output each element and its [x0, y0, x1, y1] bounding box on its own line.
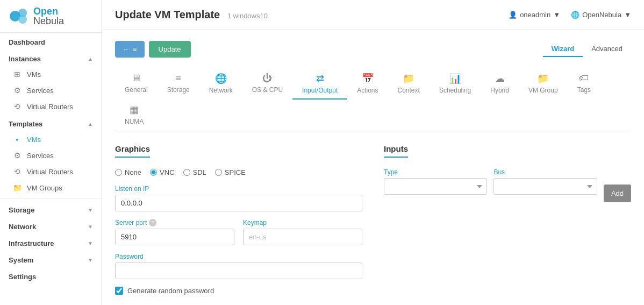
logo: OpenNebula [0, 0, 102, 33]
cloud-icon: 🌐 [571, 11, 579, 19]
radio-sdl[interactable] [183, 169, 190, 176]
tab-actions[interactable]: 📅 Actions [347, 68, 388, 100]
topbar: Update VM Template 1 windows10 👤 oneadmi… [102, 0, 644, 30]
network-label: Network [9, 223, 36, 231]
tab-input-output[interactable]: ⇄ Input/Output [292, 68, 347, 100]
tab-general[interactable]: 🖥 General [115, 68, 158, 100]
bus-label: Bus [493, 168, 597, 176]
sidebar-section-settings[interactable]: Settings [0, 267, 102, 284]
sidebar-item-templates-virtual-routers[interactable]: ⟲ Virtual Routers [0, 164, 102, 180]
sidebar-item-templates-vr-label: Virtual Routers [27, 168, 73, 176]
user-menu[interactable]: 👤 oneadmin ▼ [509, 11, 560, 19]
tab-tags[interactable]: 🏷 Tags [568, 68, 600, 100]
input-output-icon: ⇄ [316, 73, 324, 84]
back-button[interactable]: ← ≡ [115, 41, 145, 58]
tab-scheduling[interactable]: 📊 Scheduling [430, 68, 481, 100]
cloud-menu[interactable]: 🌐 OpenNebula ▼ [571, 11, 631, 19]
services-icon: ⚙ [13, 86, 22, 95]
tab-wizard[interactable]: Wizard [543, 41, 583, 57]
topbar-actions: 👤 oneadmin ▼ 🌐 OpenNebula ▼ [509, 11, 631, 19]
sidebar-item-templates-vms[interactable]: ▪ VMs [0, 131, 102, 147]
sidebar-item-vms[interactable]: ⊞ VMs [0, 66, 102, 82]
settings-label: Settings [9, 273, 36, 281]
sidebar-section-dashboard[interactable]: Dashboard [0, 33, 102, 49]
update-button[interactable]: Update [149, 41, 191, 58]
bus-select[interactable]: USB PS2 XEN [493, 178, 597, 195]
sidebar-item-services[interactable]: ⚙ Services [0, 82, 102, 98]
keymap-group: Keymap [243, 219, 362, 245]
logo-text: OpenNebula [33, 6, 64, 26]
vms-icon: ⊞ [13, 70, 22, 79]
sidebar-item-virtual-routers[interactable]: ⟲ Virtual Routers [0, 98, 102, 115]
radio-vnc[interactable] [150, 169, 157, 176]
list-icon: ≡ [133, 45, 137, 53]
tab-vm-group[interactable]: 📁 VM Group [519, 68, 568, 100]
sidebar-item-services-label: Services [27, 87, 54, 95]
storage-label: Storage [9, 206, 34, 214]
add-input-button[interactable]: Add [604, 185, 631, 202]
sidebar-item-vms-label: VMs [27, 70, 41, 79]
tab-advanced[interactable]: Advanced [583, 41, 631, 57]
sidebar-item-vm-groups-label: VM Groups [27, 184, 62, 192]
radio-spice[interactable] [215, 169, 222, 176]
dashboard-label: Dashboard [9, 38, 45, 46]
radio-vnc-label[interactable]: VNC [150, 168, 174, 176]
sidebar-item-vm-groups[interactable]: 📁 VM Groups [0, 180, 102, 196]
graphics-title: Graphics [115, 144, 150, 158]
general-icon: 🖥 [131, 73, 141, 84]
sidebar-section-storage[interactable]: Storage ▼ [0, 201, 102, 217]
vm-group-icon: 📁 [537, 73, 549, 84]
keymap-input[interactable] [243, 229, 362, 245]
listen-ip-input[interactable] [115, 195, 362, 211]
tab-network[interactable]: 🌐 Network [199, 68, 242, 100]
tab-hybrid[interactable]: ☁ Hybrid [481, 68, 519, 100]
type-select[interactable]: Mouse Tablet Keyboard [384, 178, 487, 195]
form-grid: Graphics None VNC SDL [115, 144, 631, 295]
main-area: Update VM Template 1 windows10 👤 oneadmi… [102, 0, 644, 305]
server-port-group: Server port ? [115, 219, 234, 245]
toolbar: ← ≡ Update Wizard Advanced [115, 41, 631, 58]
server-port-help-icon[interactable]: ? [149, 219, 156, 226]
sidebar-item-templates-services[interactable]: ⚙ Services [0, 147, 102, 164]
inputs-section: Inputs Type Mouse Tablet Keyboard Bus [384, 144, 631, 295]
virtual-routers-icon: ⟲ [13, 102, 22, 111]
tab-storage[interactable]: ≡ Storage [158, 68, 199, 100]
scheduling-icon: 📊 [449, 73, 461, 84]
network-tab-icon: 🌐 [215, 73, 227, 84]
tags-icon: 🏷 [579, 73, 589, 84]
system-chevron: ▼ [88, 257, 93, 263]
user-icon: 👤 [509, 11, 517, 19]
sidebar-section-templates[interactable]: Templates ▲ [0, 115, 102, 131]
server-port-input[interactable] [115, 229, 234, 245]
hybrid-icon: ☁ [495, 73, 505, 84]
numa-icon: ▦ [130, 104, 139, 116]
system-label: System [9, 256, 33, 264]
radio-spice-label[interactable]: SPICE [215, 168, 246, 176]
templates-vr-icon: ⟲ [13, 167, 22, 176]
generate-password-label[interactable]: Generate random password [115, 287, 362, 295]
tab-numa[interactable]: ▦ NUMA [115, 100, 153, 131]
infrastructure-chevron: ▼ [88, 240, 93, 246]
actions-icon: 📅 [362, 73, 374, 84]
sidebar-section-network[interactable]: Network ▼ [0, 217, 102, 234]
sidebar-item-templates-services-label: Services [27, 152, 54, 160]
radio-none-label[interactable]: None [115, 168, 141, 176]
radio-sdl-label[interactable]: SDL [183, 168, 206, 176]
sidebar-section-system[interactable]: System ▼ [0, 251, 102, 267]
tab-context[interactable]: 📁 Context [388, 68, 430, 100]
sidebar-section-infrastructure[interactable]: Infrastructure ▼ [0, 234, 102, 251]
tab-os-cpu[interactable]: ⏻ OS & CPU [242, 68, 292, 100]
user-chevron-icon: ▼ [553, 11, 560, 19]
password-input[interactable] [115, 263, 362, 279]
sidebar-section-instances[interactable]: Instances ▲ [0, 49, 102, 66]
graphics-radio-group: None VNC SDL SPICE [115, 168, 362, 176]
generate-password-checkbox[interactable] [115, 287, 123, 295]
storage-icon: ≡ [175, 73, 181, 84]
listen-ip-group: Listen on IP [115, 185, 362, 211]
network-chevron: ▼ [88, 224, 93, 230]
inputs-title: Inputs [384, 144, 408, 158]
instances-chevron: ▲ [88, 56, 93, 62]
password-label: Password [115, 253, 362, 260]
graphics-section: Graphics None VNC SDL [115, 144, 362, 295]
radio-none[interactable] [115, 169, 122, 176]
